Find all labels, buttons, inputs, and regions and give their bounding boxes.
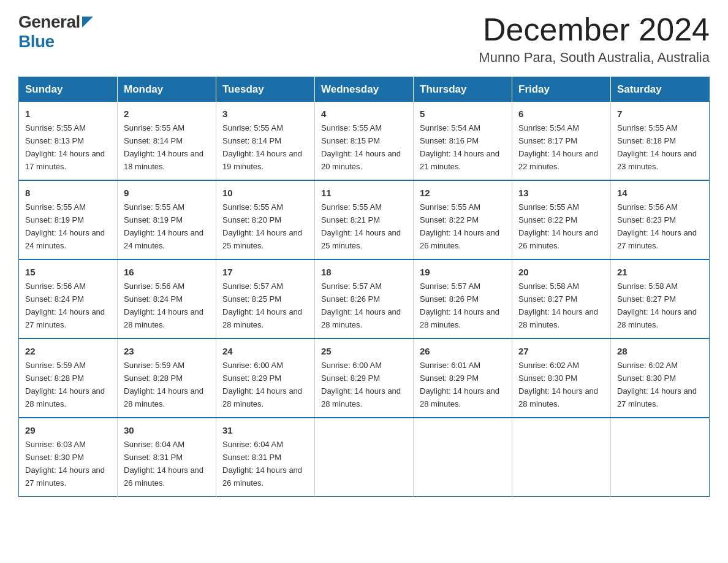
calendar-cell: 8 Sunrise: 5:55 AMSunset: 8:19 PMDayligh… — [19, 180, 118, 259]
day-number: 4 — [321, 107, 407, 121]
page: General Blue December 2024 Munno Para, S… — [0, 0, 728, 515]
day-number: 27 — [518, 344, 604, 358]
day-info: Sunrise: 5:55 AMSunset: 8:20 PMDaylight:… — [222, 202, 302, 250]
calendar-cell: 12 Sunrise: 5:55 AMSunset: 8:22 PMDaylig… — [414, 180, 512, 259]
day-info: Sunrise: 5:57 AMSunset: 8:26 PMDaylight:… — [321, 282, 401, 329]
calendar-cell: 19 Sunrise: 5:57 AMSunset: 8:26 PMDaylig… — [414, 259, 512, 339]
day-info: Sunrise: 6:03 AMSunset: 8:30 PMDaylight:… — [25, 440, 105, 488]
logo: General Blue — [18, 12, 93, 52]
day-info: Sunrise: 5:57 AMSunset: 8:25 PMDaylight:… — [222, 282, 302, 329]
weekday-header-saturday: Saturday — [611, 77, 710, 102]
weekday-header-monday: Monday — [118, 77, 216, 102]
calendar-cell — [611, 418, 710, 496]
week-row-5: 29 Sunrise: 6:03 AMSunset: 8:30 PMDaylig… — [19, 418, 710, 496]
calendar-body: 1 Sunrise: 5:55 AMSunset: 8:13 PMDayligh… — [19, 102, 710, 496]
day-info: Sunrise: 5:55 AMSunset: 8:14 PMDaylight:… — [124, 123, 203, 171]
day-info: Sunrise: 5:55 AMSunset: 8:22 PMDaylight:… — [518, 202, 598, 250]
calendar-cell: 30 Sunrise: 6:04 AMSunset: 8:31 PMDaylig… — [118, 418, 216, 496]
day-number: 15 — [25, 265, 111, 279]
day-number: 2 — [124, 107, 210, 121]
week-row-2: 8 Sunrise: 5:55 AMSunset: 8:19 PMDayligh… — [19, 180, 710, 259]
logo-general-text: General — [18, 12, 80, 32]
day-info: Sunrise: 5:55 AMSunset: 8:21 PMDaylight:… — [321, 202, 401, 250]
day-number: 1 — [25, 107, 111, 121]
calendar-cell: 5 Sunrise: 5:54 AMSunset: 8:16 PMDayligh… — [414, 102, 512, 180]
day-info: Sunrise: 5:55 AMSunset: 8:22 PMDaylight:… — [420, 202, 499, 250]
day-number: 25 — [321, 344, 407, 358]
title-section: December 2024 Munno Para, South Australi… — [479, 12, 710, 66]
day-info: Sunrise: 5:55 AMSunset: 8:14 PMDaylight:… — [222, 123, 302, 171]
calendar-cell: 15 Sunrise: 5:56 AMSunset: 8:24 PMDaylig… — [19, 259, 118, 339]
weekday-header-thursday: Thursday — [414, 77, 512, 102]
day-info: Sunrise: 6:01 AMSunset: 8:29 PMDaylight:… — [420, 361, 499, 408]
week-row-4: 22 Sunrise: 5:59 AMSunset: 8:28 PMDaylig… — [19, 339, 710, 418]
calendar-cell: 21 Sunrise: 5:58 AMSunset: 8:27 PMDaylig… — [611, 259, 710, 339]
day-info: Sunrise: 5:55 AMSunset: 8:19 PMDaylight:… — [124, 202, 203, 250]
day-info: Sunrise: 6:04 AMSunset: 8:31 PMDaylight:… — [222, 440, 302, 488]
day-number: 9 — [124, 186, 210, 200]
day-info: Sunrise: 5:55 AMSunset: 8:18 PMDaylight:… — [617, 123, 697, 171]
day-number: 19 — [420, 265, 506, 279]
day-info: Sunrise: 5:58 AMSunset: 8:27 PMDaylight:… — [518, 282, 598, 329]
calendar-cell: 29 Sunrise: 6:03 AMSunset: 8:30 PMDaylig… — [19, 418, 118, 496]
day-info: Sunrise: 5:59 AMSunset: 8:28 PMDaylight:… — [25, 361, 105, 408]
day-number: 3 — [222, 107, 308, 121]
weekday-row: SundayMondayTuesdayWednesdayThursdayFrid… — [19, 77, 710, 102]
day-number: 26 — [420, 344, 506, 358]
calendar-cell: 31 Sunrise: 6:04 AMSunset: 8:31 PMDaylig… — [216, 418, 315, 496]
day-number: 11 — [321, 186, 407, 200]
weekday-header-wednesday: Wednesday — [315, 77, 414, 102]
day-info: Sunrise: 5:54 AMSunset: 8:16 PMDaylight:… — [420, 123, 499, 171]
logo-row1: General — [18, 12, 93, 32]
calendar-cell: 22 Sunrise: 5:59 AMSunset: 8:28 PMDaylig… — [19, 339, 118, 418]
day-number: 10 — [222, 186, 308, 200]
day-number: 20 — [518, 265, 604, 279]
day-info: Sunrise: 5:55 AMSunset: 8:15 PMDaylight:… — [321, 123, 401, 171]
day-info: Sunrise: 5:54 AMSunset: 8:17 PMDaylight:… — [518, 123, 598, 171]
day-number: 30 — [124, 423, 210, 437]
day-info: Sunrise: 6:00 AMSunset: 8:29 PMDaylight:… — [222, 361, 302, 408]
logo-row2: Blue — [18, 32, 93, 52]
weekday-header-sunday: Sunday — [19, 77, 118, 102]
calendar-cell: 2 Sunrise: 5:55 AMSunset: 8:14 PMDayligh… — [118, 102, 216, 180]
calendar-cell: 18 Sunrise: 5:57 AMSunset: 8:26 PMDaylig… — [315, 259, 414, 339]
weekday-header-tuesday: Tuesday — [216, 77, 315, 102]
calendar-cell: 25 Sunrise: 6:00 AMSunset: 8:29 PMDaylig… — [315, 339, 414, 418]
day-info: Sunrise: 5:56 AMSunset: 8:23 PMDaylight:… — [617, 202, 697, 250]
day-info: Sunrise: 5:55 AMSunset: 8:13 PMDaylight:… — [25, 123, 105, 171]
calendar-cell: 4 Sunrise: 5:55 AMSunset: 8:15 PMDayligh… — [315, 102, 414, 180]
day-number: 7 — [617, 107, 703, 121]
day-number: 24 — [222, 344, 308, 358]
calendar-cell: 27 Sunrise: 6:02 AMSunset: 8:30 PMDaylig… — [512, 339, 611, 418]
day-number: 18 — [321, 265, 407, 279]
calendar-cell: 13 Sunrise: 5:55 AMSunset: 8:22 PMDaylig… — [512, 180, 611, 259]
day-number: 8 — [25, 186, 111, 200]
day-number: 29 — [25, 423, 111, 437]
weekday-header-friday: Friday — [512, 77, 611, 102]
calendar-cell: 14 Sunrise: 5:56 AMSunset: 8:23 PMDaylig… — [611, 180, 710, 259]
day-number: 23 — [124, 344, 210, 358]
day-info: Sunrise: 6:02 AMSunset: 8:30 PMDaylight:… — [617, 361, 697, 408]
calendar-cell: 17 Sunrise: 5:57 AMSunset: 8:25 PMDaylig… — [216, 259, 315, 339]
day-number: 13 — [518, 186, 604, 200]
calendar-cell: 7 Sunrise: 5:55 AMSunset: 8:18 PMDayligh… — [611, 102, 710, 180]
day-number: 31 — [222, 423, 308, 437]
day-info: Sunrise: 5:59 AMSunset: 8:28 PMDaylight:… — [124, 361, 203, 408]
calendar-cell: 24 Sunrise: 6:00 AMSunset: 8:29 PMDaylig… — [216, 339, 315, 418]
calendar-cell: 1 Sunrise: 5:55 AMSunset: 8:13 PMDayligh… — [19, 102, 118, 180]
day-info: Sunrise: 5:55 AMSunset: 8:19 PMDaylight:… — [25, 202, 105, 250]
calendar-cell — [315, 418, 414, 496]
day-number: 5 — [420, 107, 506, 121]
week-row-1: 1 Sunrise: 5:55 AMSunset: 8:13 PMDayligh… — [19, 102, 710, 180]
day-info: Sunrise: 5:56 AMSunset: 8:24 PMDaylight:… — [124, 282, 203, 329]
calendar-cell — [512, 418, 611, 496]
calendar-cell: 16 Sunrise: 5:56 AMSunset: 8:24 PMDaylig… — [118, 259, 216, 339]
calendar-cell: 3 Sunrise: 5:55 AMSunset: 8:14 PMDayligh… — [216, 102, 315, 180]
day-info: Sunrise: 5:58 AMSunset: 8:27 PMDaylight:… — [617, 282, 697, 329]
header: General Blue December 2024 Munno Para, S… — [18, 12, 710, 66]
calendar-cell: 11 Sunrise: 5:55 AMSunset: 8:21 PMDaylig… — [315, 180, 414, 259]
calendar-cell — [414, 418, 512, 496]
day-number: 6 — [518, 107, 604, 121]
day-info: Sunrise: 5:57 AMSunset: 8:26 PMDaylight:… — [420, 282, 499, 329]
day-number: 17 — [222, 265, 308, 279]
